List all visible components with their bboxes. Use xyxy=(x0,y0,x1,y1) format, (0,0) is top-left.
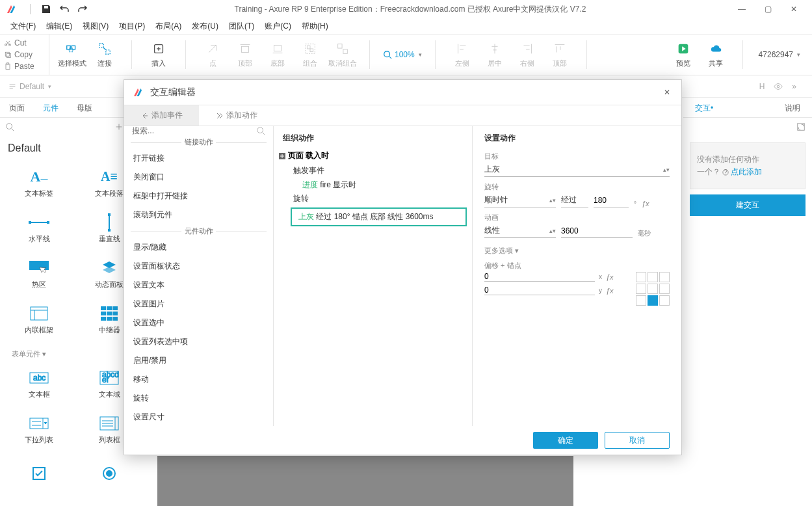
preview-button[interactable]: 预览 xyxy=(667,36,700,73)
action-set-list-selected[interactable]: 设置列表选中项 xyxy=(124,332,273,351)
tab-notes[interactable]: 说明 xyxy=(781,98,804,117)
search-icon[interactable] xyxy=(256,126,265,135)
action-show-hide[interactable]: 显示/隐藏 xyxy=(124,238,273,257)
zoom-control[interactable]: 100%▾ xyxy=(374,34,431,75)
anchor-br[interactable] xyxy=(659,295,670,306)
svg-rect-43 xyxy=(112,317,118,321)
menu-help[interactable]: 帮助(H) xyxy=(296,20,334,33)
menu-file[interactable]: 文件(F) xyxy=(5,20,41,33)
svg-rect-8 xyxy=(69,48,73,52)
dialog-close-button[interactable]: ✕ xyxy=(661,88,674,97)
fx-button[interactable]: ƒx xyxy=(642,200,649,207)
anchor-bc[interactable] xyxy=(648,295,658,306)
widget-hline[interactable]: 水平线 xyxy=(4,206,74,252)
anchor-tr[interactable] xyxy=(659,272,670,282)
insert-button[interactable]: 插入 xyxy=(142,36,175,73)
menu-publish[interactable]: 发布(U) xyxy=(187,20,224,33)
action-set-panel-state[interactable]: 设置面板状态 xyxy=(124,257,273,276)
minimize-button[interactable]: ― xyxy=(729,0,755,18)
ok-button[interactable]: 确定 xyxy=(533,432,598,449)
share-button[interactable]: 共享 xyxy=(700,36,732,73)
expand-icon[interactable] xyxy=(796,122,805,131)
svg-rect-36 xyxy=(107,306,112,310)
widget-iframe[interactable]: 内联框架 xyxy=(4,297,74,343)
add-here-link[interactable]: 点此添加 xyxy=(731,167,762,176)
rotate-direction-select[interactable]: 顺时针▴▾ xyxy=(484,193,556,207)
anchor-tc[interactable] xyxy=(648,272,658,282)
action-set-selected[interactable]: 设置选中 xyxy=(124,313,273,332)
anchor-label: 偏移 + 锚点 xyxy=(484,261,670,271)
fx-button[interactable]: ƒx xyxy=(606,287,614,295)
new-interaction-button[interactable]: 建交互 xyxy=(690,194,805,216)
menu-edit[interactable]: 编辑(E) xyxy=(41,20,77,33)
search-icon[interactable] xyxy=(5,122,14,131)
redo-icon[interactable] xyxy=(77,4,88,14)
rotate-degrees-input[interactable] xyxy=(594,193,629,207)
menu-view[interactable]: 视图(V) xyxy=(77,20,114,33)
cancel-button[interactable]: 取消 xyxy=(605,432,670,449)
action-set-size[interactable]: 设置尺寸 xyxy=(124,408,273,426)
action-scroll-to[interactable]: 滚动到元件 xyxy=(124,206,273,224)
svg-text:ef: ef xyxy=(102,375,109,384)
more-options-toggle[interactable]: 更多选项 ▾ xyxy=(484,246,670,256)
paste-button[interactable]: Paste xyxy=(4,60,45,72)
widget-droplist[interactable]: 下拉列表 xyxy=(4,407,74,453)
menu-arrange[interactable]: 布局(A) xyxy=(150,20,187,33)
action-search-input[interactable] xyxy=(132,126,256,135)
widget-radio[interactable] xyxy=(74,453,144,498)
anchor-tl[interactable] xyxy=(636,272,646,282)
tab-add-event[interactable]: 添加事件 xyxy=(124,105,199,126)
action-rotate[interactable]: 旋转 xyxy=(124,389,273,408)
menu-project[interactable]: 项目(P) xyxy=(114,20,150,33)
save-icon[interactable] xyxy=(41,4,51,14)
selected-action-row[interactable]: 上灰 经过 180° 锚点 底部 线性 3600ms xyxy=(291,207,467,226)
animation-type-select[interactable]: 线性▴▾ xyxy=(484,224,556,238)
tab-interactions[interactable]: 交互• xyxy=(691,98,717,117)
anchor-mr[interactable] xyxy=(659,284,670,294)
anchor-bl[interactable] xyxy=(636,295,646,306)
window-title: Training - Axure RP 9 Enterprise Edition… xyxy=(92,4,729,15)
cut-button[interactable]: Cut xyxy=(4,37,45,49)
action-enable-disable[interactable]: 启用/禁用 xyxy=(124,351,273,370)
action-close-window[interactable]: 关闭窗口 xyxy=(124,168,273,187)
undo-icon[interactable] xyxy=(59,4,70,14)
tab-add-action[interactable]: 添加动作 xyxy=(199,105,274,126)
action-set-text[interactable]: 设置文本 xyxy=(124,276,273,295)
close-button[interactable]: ✕ xyxy=(781,0,807,18)
top-button: 顶部 xyxy=(229,36,261,73)
fx-button[interactable]: ƒx xyxy=(606,273,614,281)
widget-label[interactable]: A—文本标签 xyxy=(4,161,74,206)
action-set-image[interactable]: 设置图片 xyxy=(124,295,273,313)
offset-x-input[interactable] xyxy=(484,272,595,282)
align-right-button: 右侧 xyxy=(511,36,544,73)
tab-masters[interactable]: 母版 xyxy=(68,98,101,117)
copy-button[interactable]: Copy xyxy=(4,49,45,60)
widget-hotspot[interactable]: 热区 xyxy=(4,252,74,297)
tab-pages[interactable]: 页面 xyxy=(0,98,34,117)
widget-textfield[interactable]: abc文本框 xyxy=(4,362,74,407)
animation-duration-input[interactable] xyxy=(561,224,633,238)
action-open-in-frame[interactable]: 框架中打开链接 xyxy=(124,187,273,206)
style-dropdown[interactable]: Default▾ xyxy=(8,82,51,91)
action-open-link[interactable]: 打开链接 xyxy=(124,149,273,168)
select-mode-button[interactable]: 选择模式 xyxy=(56,36,88,73)
add-icon[interactable] xyxy=(114,122,124,131)
titlebar: Training - Axure RP 9 Enterprise Edition… xyxy=(0,0,812,18)
svg-rect-15 xyxy=(307,46,310,49)
group-widget-actions: 元件动作 xyxy=(124,224,273,238)
anchor-ml[interactable] xyxy=(636,284,646,294)
widget-checkbox[interactable] xyxy=(4,453,74,498)
tab-widgets[interactable]: 元件 xyxy=(34,98,68,117)
maximize-button[interactable]: ▢ xyxy=(755,0,781,18)
visibility-icon[interactable] xyxy=(774,82,783,91)
offset-y-input[interactable] xyxy=(484,286,595,295)
target-select[interactable]: 上灰▴▾ xyxy=(484,163,670,177)
connect-button[interactable]: 连接 xyxy=(88,36,121,73)
anchor-mc[interactable] xyxy=(648,284,658,294)
menu-team[interactable]: 团队(T) xyxy=(224,20,259,33)
event-page-load[interactable]: 页面 载入时 xyxy=(274,148,472,164)
action-move[interactable]: 移动 xyxy=(124,370,273,389)
menu-account[interactable]: 账户(C) xyxy=(259,20,296,33)
rotate-by-select[interactable]: 经过 xyxy=(561,193,588,207)
organize-actions-heading: 组织动作 xyxy=(274,126,472,148)
